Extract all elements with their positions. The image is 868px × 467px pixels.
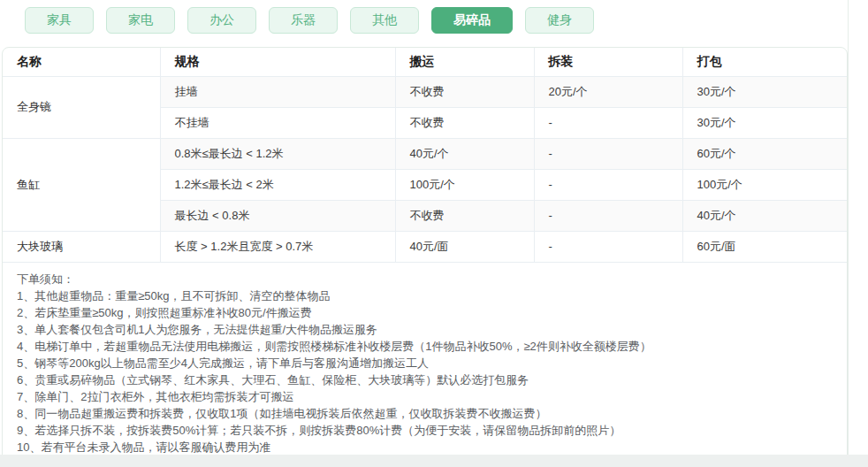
- spec-cell: 长度 > 1.2米且宽度 > 0.7米: [160, 231, 395, 262]
- category-tabs: 家具家电办公乐器其他易碎品健身: [25, 7, 594, 34]
- tab-家电[interactable]: 家电: [106, 7, 175, 34]
- spec-cell: 1.2米≤最长边 < 2米: [160, 169, 395, 200]
- disassembly-cell: 20元/个: [534, 76, 682, 107]
- note-item: 7、除单门、2拉门衣柜外，其他衣柜均需拆装才可搬运: [17, 388, 833, 405]
- table-row: 鱼缸0.8米≤最长边 < 1.2米40元/个-60元/个: [3, 138, 847, 169]
- disassembly-cell: -: [534, 169, 682, 200]
- note-item: 6、贵重或易碎物品（立式钢琴、红木家具、大理石、鱼缸、保险柜、大块玻璃等）默认必…: [17, 371, 833, 388]
- pack-cell: 60元/个: [682, 138, 847, 169]
- item-name-cell: 鱼缸: [3, 138, 160, 231]
- table-row: 全身镜挂墙不收费20元/个30元/个: [3, 76, 847, 107]
- note-item: 9、若选择只拆不装，按拆装费50%计算；若只装不拆，则按拆装费80%计费（为便于…: [17, 422, 833, 439]
- note-item: 2、若床垫重量≥50kg，则按照超重标准补收80元/件搬运费: [17, 304, 833, 321]
- pack-cell: 60元/面: [682, 231, 847, 262]
- tab-健身[interactable]: 健身: [525, 7, 594, 34]
- page-bottom-strip: [0, 455, 868, 467]
- note-item: 1、其他超重物品：重量≥50kg，且不可拆卸、清空的整体物品: [17, 287, 833, 304]
- spec-cell: 不挂墙: [160, 107, 395, 138]
- pricing-card: 名称规格搬运拆装打包 全身镜挂墙不收费20元/个30元/个不挂墙不收费-30元/…: [2, 47, 848, 467]
- column-header: 拆装: [534, 48, 682, 76]
- disassembly-cell: -: [534, 138, 682, 169]
- spec-cell: 最长边 < 0.8米: [160, 200, 395, 231]
- move-cell: 不收费: [395, 200, 534, 231]
- note-item: 3、单人套餐仅包含司机1人为您服务，无法提供超重/大件物品搬运服务: [17, 321, 833, 338]
- notes-list: 1、其他超重物品：重量≥50kg，且不可拆卸、清空的整体物品2、若床垫重量≥50…: [17, 287, 833, 456]
- move-cell: 40元/面: [395, 231, 534, 262]
- column-header: 打包: [682, 48, 847, 76]
- column-header: 搬运: [395, 48, 534, 76]
- table-row: 大块玻璃长度 > 1.2米且宽度 > 0.7米40元/面-60元/面: [3, 231, 847, 262]
- column-header: 规格: [160, 48, 395, 76]
- pricing-table: 名称规格搬运拆装打包 全身镜挂墙不收费20元/个30元/个不挂墙不收费-30元/…: [3, 48, 847, 263]
- pack-cell: 30元/个: [682, 107, 847, 138]
- move-cell: 40元/个: [395, 138, 534, 169]
- order-notes: 下单须知： 1、其他超重物品：重量≥50kg，且不可拆卸、清空的整体物品2、若床…: [3, 263, 847, 466]
- column-header: 名称: [3, 48, 160, 76]
- notes-title: 下单须知：: [17, 271, 833, 287]
- move-cell: 不收费: [395, 76, 534, 107]
- note-item: 4、电梯订单中，若超重物品无法使用电梯搬运，则需按照楼梯标准补收楼层费（1件物品…: [17, 338, 833, 355]
- pack-cell: 40元/个: [682, 200, 847, 231]
- tab-易碎品[interactable]: 易碎品: [431, 7, 513, 34]
- pack-cell: 30元/个: [682, 76, 847, 107]
- move-cell: 不收费: [395, 107, 534, 138]
- tab-其他[interactable]: 其他: [350, 7, 419, 34]
- tab-乐器[interactable]: 乐器: [269, 7, 338, 34]
- disassembly-cell: -: [534, 231, 682, 262]
- header-row: 名称规格搬运拆装打包: [3, 48, 847, 76]
- move-cell: 100元/个: [395, 169, 534, 200]
- pack-cell: 100元/个: [682, 169, 847, 200]
- item-name-cell: 全身镜: [3, 76, 160, 138]
- note-item: 8、同一物品超重搬运费和拆装费，仅收取1项（如挂墙电视拆装后依然超重，仅收取拆装…: [17, 405, 833, 422]
- spec-cell: 挂墙: [160, 76, 395, 107]
- disassembly-cell: -: [534, 107, 682, 138]
- fragile-items-pricing-page: 家具家电办公乐器其他易碎品健身 名称规格搬运拆装打包 全身镜挂墙不收费20元/个…: [0, 0, 868, 467]
- tab-办公[interactable]: 办公: [187, 7, 256, 34]
- tab-家具[interactable]: 家具: [25, 7, 94, 34]
- note-item: 5、钢琴等200kg以上物品需至少4人完成搬运，请下单后与客服沟通增加搬运工人: [17, 355, 833, 371]
- right-page-divider: [848, 0, 849, 467]
- disassembly-cell: -: [534, 200, 682, 231]
- item-name-cell: 大块玻璃: [3, 231, 160, 262]
- pricing-table-header: 名称规格搬运拆装打包: [3, 48, 847, 76]
- pricing-table-body: 全身镜挂墙不收费20元/个30元/个不挂墙不收费-30元/个鱼缸0.8米≤最长边…: [3, 76, 847, 262]
- note-item: 10、若有平台未录入物品，请以客服确认费用为准: [17, 439, 833, 456]
- spec-cell: 0.8米≤最长边 < 1.2米: [160, 138, 395, 169]
